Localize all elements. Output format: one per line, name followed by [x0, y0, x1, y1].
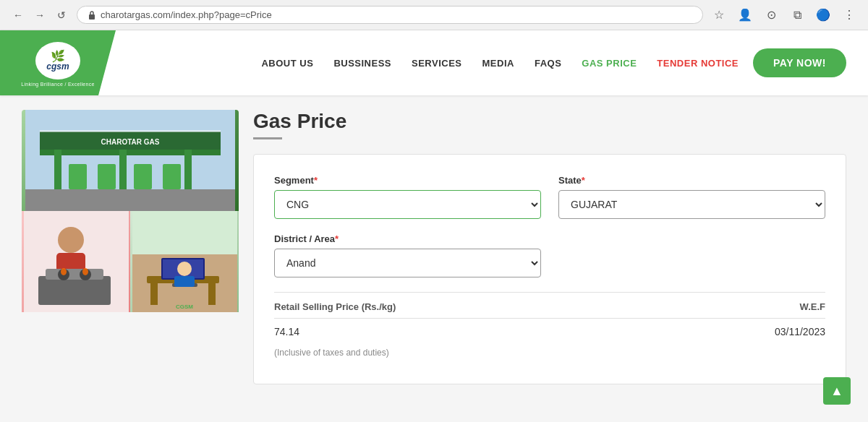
svg-rect-32	[174, 276, 195, 287]
forward-button[interactable]: →	[30, 6, 49, 25]
segment-required: *	[314, 175, 318, 186]
woman-cooking-image	[22, 211, 130, 312]
nav-faqs[interactable]: FAQS	[535, 58, 561, 69]
title-underline	[253, 137, 282, 139]
segment-select[interactable]: CNG PNG	[274, 190, 541, 219]
wef-date: 03/11/2023	[775, 326, 825, 337]
price-table-row: 74.14 03/11/2023	[274, 319, 825, 345]
content-panel: Gas Price Segment* CNG PNG State*	[253, 110, 846, 384]
svg-rect-17	[38, 276, 111, 305]
segment-group: Segment* CNG PNG	[274, 175, 541, 219]
lock-icon	[88, 10, 96, 20]
price-value: 74.14	[274, 326, 299, 337]
nav-business[interactable]: BUSSINESS	[333, 58, 391, 69]
browser-bar: ← → ↺ charotargas.com/index.php?page=cPr…	[0, 0, 868, 30]
svg-text:CHAROTAR GAS: CHAROTAR GAS	[101, 138, 160, 146]
segment-state-row: Segment* CNG PNG State* GUJARAT MAHARASH…	[274, 175, 825, 219]
star-icon[interactable]: ☆	[709, 5, 729, 25]
state-placeholder	[558, 233, 825, 277]
image-collage: CHAROTAR GAS	[22, 110, 239, 384]
state-label: State*	[558, 175, 825, 186]
svg-rect-9	[98, 164, 116, 189]
svg-rect-2	[25, 189, 235, 211]
scroll-to-top-button[interactable]: ▲	[823, 377, 851, 405]
price-col-header: Retail Selling Price (Rs./kg)	[274, 301, 396, 312]
district-group: District / Area* Anand Vadodara Surat Ah…	[274, 233, 541, 277]
district-required: *	[335, 233, 339, 244]
svg-rect-0	[89, 14, 95, 20]
svg-rect-5	[54, 150, 61, 189]
logo-abbr: cgsm	[46, 62, 69, 71]
logo-tagline: Linking Brilliance / Excellence	[21, 82, 95, 87]
nav-about[interactable]: ABOUT US	[261, 58, 313, 69]
profile-icon[interactable]: 👤	[735, 5, 755, 25]
back-button[interactable]: ←	[9, 6, 27, 25]
nav-tender[interactable]: TENDER NOTICE	[657, 58, 739, 69]
district-label: District / Area*	[274, 233, 541, 244]
svg-rect-13	[40, 130, 221, 132]
main-content: CHAROTAR GAS	[0, 95, 868, 399]
svg-text:CGSM: CGSM	[176, 303, 193, 310]
price-table: Retail Selling Price (Rs./kg) W.E.F 74.1…	[274, 292, 825, 363]
form-card: Segment* CNG PNG State* GUJARAT MAHARASH…	[253, 154, 846, 384]
state-required: *	[582, 175, 585, 186]
district-select[interactable]: Anand Vadodara Surat Ahmedabad	[274, 249, 541, 277]
svg-rect-3	[40, 150, 221, 155]
url-bar[interactable]: charotargas.com/index.php?page=cPrice	[77, 6, 703, 24]
price-table-header: Retail Selling Price (Rs./kg) W.E.F	[274, 293, 825, 319]
url-text: charotargas.com/index.php?page=cPrice	[101, 9, 272, 20]
svg-point-21	[61, 268, 67, 275]
page-title: Gas Price	[253, 110, 846, 133]
account-icon[interactable]: 🔵	[813, 5, 833, 25]
svg-point-15	[58, 227, 84, 253]
district-row: District / Area* Anand Vadodara Surat Ah…	[274, 233, 825, 277]
nav-media[interactable]: MEDIA	[482, 58, 514, 69]
svg-rect-8	[69, 164, 87, 189]
svg-rect-6	[119, 150, 127, 189]
browser-icons: ☆ 👤 ⊙ ⧉ 🔵 ⋮	[709, 5, 859, 25]
svg-rect-11	[163, 164, 181, 189]
extensions-icon[interactable]: ⧉	[787, 5, 807, 25]
state-select[interactable]: GUJARAT MAHARASHTRA	[558, 190, 825, 219]
nav-services[interactable]: SERVICES	[412, 58, 462, 69]
svg-rect-7	[184, 150, 192, 189]
svg-rect-27	[208, 283, 216, 305]
wef-col-header: W.E.F	[800, 301, 825, 312]
menu-icon[interactable]: ⋮	[839, 5, 859, 25]
nav-links: ABOUT US BUSSINESS SERVICES MEDIA FAQS G…	[261, 58, 739, 69]
site-header: 🌿 cgsm Linking Brilliance / Excellence A…	[0, 30, 868, 95]
svg-rect-26	[150, 283, 158, 305]
refresh-button[interactable]: ↺	[52, 6, 71, 25]
svg-point-22	[82, 268, 88, 275]
svg-rect-10	[134, 164, 152, 189]
segment-label: Segment*	[274, 175, 541, 186]
svg-rect-18	[46, 269, 103, 280]
gas-station-image: CHAROTAR GAS	[22, 110, 239, 211]
pay-now-button[interactable]: PAY NOW!	[753, 48, 846, 77]
nav-gas-price[interactable]: GAS PRICE	[582, 58, 637, 69]
svg-point-31	[177, 262, 192, 276]
browser-nav-buttons: ← → ↺	[9, 6, 71, 25]
logo-background: 🌿 cgsm Linking Brilliance / Excellence	[0, 30, 116, 95]
office-image: CGSM	[130, 211, 239, 312]
price-note: (Inclusive of taxes and duties)	[274, 345, 825, 363]
state-group: State* GUJARAT MAHARASHTRA	[558, 175, 825, 219]
history-icon[interactable]: ⊙	[761, 5, 781, 25]
